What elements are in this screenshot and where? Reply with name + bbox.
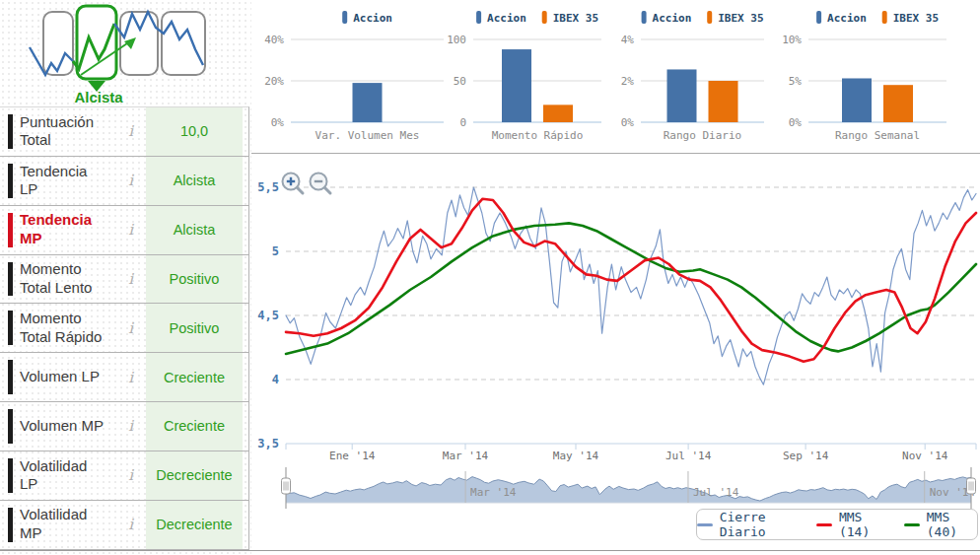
info-icon[interactable]: i [128, 122, 133, 140]
main-ytick: 5 [272, 244, 279, 258]
trend-icon-4[interactable] [162, 12, 205, 75]
indicator-label-cell: Momento Total Rápidoi [0, 304, 146, 352]
mini-legend-label[interactable]: Accion [487, 12, 526, 25]
bar-ibex-35[interactable] [709, 81, 738, 122]
info-icon[interactable]: i [128, 172, 133, 189]
info-icon[interactable]: i [128, 221, 133, 239]
mini-legend-marker-icon[interactable] [476, 11, 481, 24]
row-accent-bar [8, 213, 13, 247]
trend-icon-1[interactable] [43, 12, 73, 75]
indicator-label-cell: Tendencia LPi [0, 157, 146, 205]
row-accent-bar [8, 508, 13, 542]
mini-legend-marker-icon[interactable] [816, 11, 821, 24]
main-price-chart[interactable]: 5,554,543,5Ene '14Mar '14May '14Jul '14S… [251, 158, 980, 465]
mini-legend-label[interactable]: IBEX 35 [553, 12, 598, 25]
mini-chart-1: 0%20%40%AccionVar. Volumen Mes [264, 11, 444, 142]
row-accent-bar [8, 114, 13, 149]
mini-legend-marker-icon[interactable] [342, 11, 347, 24]
main-ytick: 4 [272, 373, 279, 386]
horizontal-divider [251, 153, 980, 154]
indicator-value: Alcista [146, 206, 243, 254]
range-navigator[interactable]: Mar '14Jul '14Nov '14 [251, 465, 980, 511]
indicator-label: Puntuación Total [20, 113, 108, 151]
main-xtick: Ene '14 [329, 450, 376, 462]
bar-accion[interactable] [502, 49, 531, 122]
indicator-value: Positivo [146, 255, 243, 304]
info-icon[interactable]: i [128, 369, 133, 386]
main-xtick: Nov '14 [902, 450, 948, 462]
mini-legend-marker-icon[interactable] [542, 11, 547, 24]
chart-legend: Cierre Diario MMS (14) MMS (40) [696, 509, 978, 540]
navigator-handle-right[interactable] [967, 478, 976, 494]
indicator-label-cell: Volatilidad LPi [0, 451, 146, 500]
indicator-label-cell: Volumen LPi [0, 353, 146, 401]
mini-legend-label[interactable]: IBEX 35 [718, 12, 763, 25]
trend-state-selector[interactable]: Alcista [2, 2, 231, 104]
mini-legend-label[interactable]: Accion [653, 12, 692, 25]
main-ytick: 3,5 [257, 437, 279, 451]
mini-ytick: 0 [459, 116, 466, 129]
mini-chart-title: Momento Rápido [492, 129, 584, 142]
legend-item-mms14[interactable]: MMS (14) [816, 510, 889, 539]
row-accent-bar [8, 311, 13, 345]
navigator-handle-left[interactable] [282, 478, 291, 494]
indicator-label: Tendencia LP [20, 163, 108, 200]
indicator-row: Volumen MPiCreciente [0, 402, 248, 451]
info-icon[interactable]: i [128, 417, 133, 435]
indicator-value: Alcista [146, 157, 243, 205]
indicator-value: Creciente [146, 402, 243, 451]
bar-accion[interactable] [353, 83, 383, 122]
zoom-in-button[interactable] [283, 173, 304, 194]
mini-ytick: 2% [621, 75, 635, 88]
mini-ytick: 0% [789, 116, 803, 129]
navigator-label: Mar '14 [470, 486, 517, 499]
mini-chart-title: Var. Volumen Mes [315, 129, 420, 142]
mini-ytick: 50 [454, 75, 466, 88]
navigator-label: Jul '14 [693, 486, 739, 499]
series-mms40 [286, 223, 976, 354]
indicator-row: Momento Total RápidoiPositivo [0, 304, 248, 353]
main-xtick: Jul '14 [665, 450, 712, 462]
mini-legend-label[interactable]: Accion [827, 12, 867, 25]
indicator-label-cell: Tendencia MPi [0, 206, 146, 254]
mini-legend-label[interactable]: Accion [353, 12, 392, 25]
bar-ibex-35[interactable] [883, 85, 913, 122]
info-icon[interactable]: i [128, 270, 133, 288]
bar-ibex-35[interactable] [543, 104, 573, 122]
mini-chart-2: 050100AccionIBEX 35Momento Rápido [447, 11, 601, 142]
mms14-swatch [816, 523, 832, 526]
main-xtick: Sep '14 [783, 450, 829, 462]
series-cierrediario [286, 187, 976, 384]
zoom-out-button[interactable] [311, 173, 331, 194]
info-icon[interactable]: i [128, 516, 133, 533]
mini-ytick: 5% [789, 75, 803, 88]
mini-legend-label[interactable]: IBEX 35 [893, 12, 939, 25]
indicator-label: Volatilidad MP [20, 506, 108, 543]
indicator-label-cell: Momento Total Lentoi [0, 255, 146, 304]
indicator-row: Volumen LPiCreciente [0, 353, 248, 402]
mini-bar-charts: 0%20%40%AccionVar. Volumen Mes050100Acci… [251, 0, 980, 153]
indicator-value: Positivo [146, 304, 243, 352]
main-xtick: Mar '14 [443, 450, 489, 462]
legend-item-cierre-diario[interactable]: Cierre Diario [697, 510, 802, 539]
indicator-label-cell: Volatilidad MPi [0, 501, 146, 549]
mini-ytick: 10% [782, 34, 802, 46]
legend-label: MMS (40) [927, 510, 977, 539]
row-accent-bar [8, 360, 13, 394]
mini-legend-marker-icon[interactable] [707, 11, 712, 24]
bottom-divider [0, 550, 980, 551]
indicator-row: Momento Total LentoiPositivo [0, 255, 248, 305]
legend-label: MMS (14) [839, 510, 889, 539]
info-icon[interactable]: i [128, 319, 133, 337]
trend-icon-2[interactable] [77, 6, 116, 79]
indicator-value: Decreciente [146, 451, 243, 500]
mini-legend-marker-icon[interactable] [642, 11, 647, 24]
bar-accion[interactable] [842, 78, 872, 122]
mini-legend-marker-icon[interactable] [882, 11, 887, 24]
left-panel: Alcista Puntuación Totali10,0Tendencia L… [0, 0, 251, 555]
info-icon[interactable]: i [128, 466, 133, 484]
row-accent-bar [8, 262, 13, 297]
indicator-label: Volumen LP [20, 368, 108, 386]
bar-accion[interactable] [667, 69, 697, 122]
legend-item-mms40[interactable]: MMS (40) [904, 510, 977, 539]
